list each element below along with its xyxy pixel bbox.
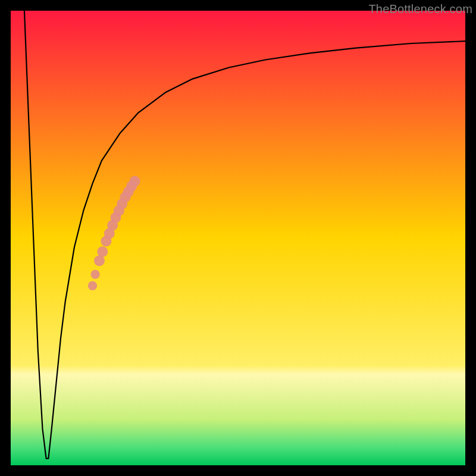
gradient-background <box>11 11 465 465</box>
highlight-point <box>94 255 105 266</box>
chart-frame: TheBottleneck.com <box>0 0 476 476</box>
highlight-point <box>90 270 99 278</box>
watermark-text: TheBottleneck.com <box>368 2 472 16</box>
chart-svg <box>11 11 465 465</box>
highlight-point <box>130 176 140 187</box>
plot-area <box>11 11 465 465</box>
highlight-point <box>97 246 108 257</box>
highlight-point <box>88 281 97 290</box>
